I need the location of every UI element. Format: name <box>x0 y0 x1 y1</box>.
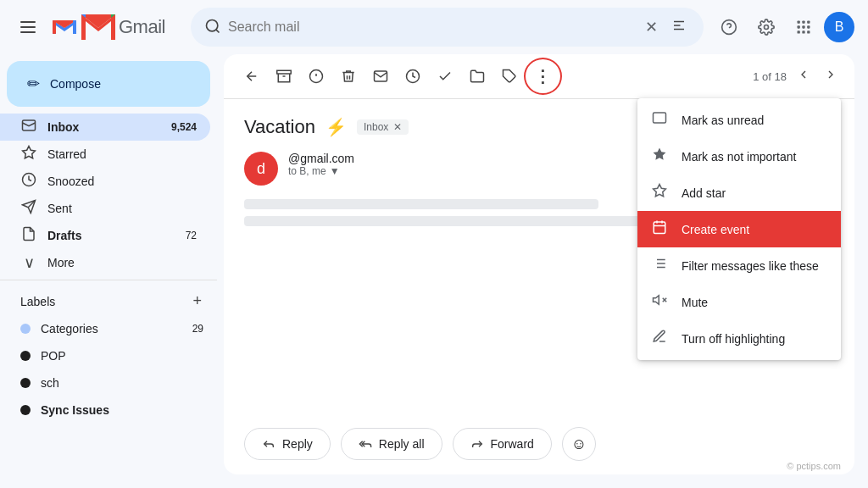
dropdown-create-event[interactable]: Create event <box>637 211 841 247</box>
gmail-text-label: Gmail <box>119 16 165 38</box>
pagination: 1 of 18 <box>753 64 841 88</box>
gmail-logo[interactable]: Gmail <box>51 14 165 41</box>
svg-rect-18 <box>798 25 800 28</box>
sync-issues-dot <box>20 405 31 415</box>
sent-icon <box>20 199 37 219</box>
to-info: to B, me <box>288 165 326 177</box>
more-label: More <box>47 256 75 269</box>
sender-email-text: @gmail.com <box>288 152 354 165</box>
label-item-pop[interactable]: POP <box>0 342 217 369</box>
sidebar: ✏ Compose Inbox 9,524 Starred <box>0 54 217 488</box>
svg-marker-25 <box>23 146 36 158</box>
mark-not-important-label: Mark as not important <box>682 150 796 164</box>
filter-messages-label: Filter messages like these <box>682 259 819 273</box>
back-button[interactable] <box>237 64 266 89</box>
emoji-icon: ☺ <box>571 435 587 453</box>
email-subject: Vacation <box>244 116 315 138</box>
dropdown-add-star[interactable]: Add star <box>637 175 841 211</box>
dropdown-mark-unread[interactable]: Mark as unread <box>637 102 841 138</box>
categories-count: 29 <box>192 323 203 335</box>
forward-label: Forward <box>491 437 534 451</box>
help-button[interactable] <box>712 10 746 44</box>
reply-all-button[interactable]: Reply all <box>341 428 442 460</box>
add-label-button[interactable]: + <box>191 291 203 312</box>
label-item-categories[interactable]: Categories 29 <box>0 315 217 342</box>
mark-unread-icon <box>651 110 668 130</box>
search-options-button[interactable] <box>668 14 690 41</box>
sender-avatar: d <box>244 152 278 186</box>
turn-off-highlighting-icon <box>651 329 668 348</box>
compose-icon: ✏ <box>27 75 40 93</box>
prev-email-button[interactable] <box>793 64 814 88</box>
dropdown-mute[interactable]: Mute <box>637 284 841 320</box>
user-avatar-button[interactable]: B <box>824 12 854 42</box>
dropdown-menu: Mark as unread Mark as not important Add… <box>637 98 841 360</box>
svg-rect-39 <box>654 222 665 234</box>
forward-button[interactable]: Forward <box>453 428 552 460</box>
more-options-button[interactable]: ⋮ <box>527 61 559 92</box>
drafts-label: Drafts <box>47 229 81 242</box>
reply-all-label: Reply all <box>379 437 425 451</box>
settings-button[interactable] <box>749 10 783 44</box>
svg-rect-16 <box>802 21 804 24</box>
sender-initial: d <box>257 160 265 178</box>
dropdown-filter-messages[interactable]: Filter messages like these <box>637 247 841 284</box>
sidebar-item-drafts[interactable]: Drafts 72 <box>0 222 210 249</box>
dropdown-mark-not-important[interactable]: Mark as not important <box>637 138 841 175</box>
pagination-text: 1 of 18 <box>753 70 787 83</box>
hamburger-menu-button[interactable] <box>14 14 42 40</box>
spam-button[interactable] <box>302 64 331 89</box>
delete-button[interactable] <box>334 64 363 89</box>
emoji-button[interactable]: ☺ <box>562 427 596 461</box>
pop-label: POP <box>41 349 66 363</box>
sidebar-item-more[interactable]: ∨ More <box>0 249 210 276</box>
dropdown-turn-off-highlighting[interactable]: Turn off highlighting <box>637 320 841 357</box>
sidebar-item-inbox[interactable]: Inbox 9,524 <box>0 114 210 141</box>
sch-label: sch <box>41 376 59 390</box>
search-clear-button[interactable]: ✕ <box>642 14 661 40</box>
inbox-count: 9,524 <box>171 121 197 133</box>
move-button[interactable] <box>463 64 492 89</box>
next-email-button[interactable] <box>821 64 841 88</box>
svg-rect-19 <box>802 25 804 28</box>
sidebar-item-snoozed[interactable]: Snoozed <box>0 168 210 195</box>
top-bar: Gmail ✕ B <box>0 0 868 54</box>
reply-button[interactable]: Reply <box>244 428 331 460</box>
svg-line-8 <box>216 29 220 32</box>
mute-label: Mute <box>682 296 708 309</box>
label-item-sch[interactable]: sch <box>0 369 217 396</box>
inbox-label: Inbox <box>47 120 79 134</box>
add-star-label: Add star <box>682 186 726 200</box>
gmail-m-icon <box>81 14 115 40</box>
create-event-label: Create event <box>682 223 749 236</box>
expand-recipients-icon[interactable]: ▼ <box>330 165 340 177</box>
search-input[interactable] <box>228 19 642 35</box>
snooze-button[interactable] <box>398 64 427 89</box>
label-item-sync-issues[interactable]: Sync Issues <box>0 396 217 424</box>
svg-marker-49 <box>654 296 659 305</box>
priority-icon: ⚡ <box>326 117 347 137</box>
label-button[interactable] <box>495 64 524 89</box>
starred-icon <box>20 145 37 164</box>
compose-label: Compose <box>50 77 101 91</box>
inbox-icon <box>20 118 37 137</box>
archive-button[interactable] <box>270 64 298 89</box>
svg-rect-0 <box>53 20 56 34</box>
svg-rect-22 <box>802 30 804 33</box>
sync-issues-label: Sync Issues <box>41 403 109 417</box>
sidebar-item-sent[interactable]: Sent <box>0 195 210 222</box>
search-icon <box>204 18 221 37</box>
inbox-badge-close[interactable]: ✕ <box>393 121 402 133</box>
email-view: ⋮ 1 of 18 Vacation ⚡ <box>224 54 854 474</box>
sidebar-item-starred[interactable]: Starred <box>0 141 210 168</box>
mark-unread-toolbar-button[interactable] <box>366 64 395 89</box>
sch-dot <box>20 378 31 388</box>
body-line-1 <box>244 199 598 209</box>
svg-rect-21 <box>798 30 800 33</box>
done-button[interactable] <box>431 64 459 89</box>
more-chevron-icon: ∨ <box>20 253 37 272</box>
labels-header: Labels + <box>0 284 217 315</box>
compose-button[interactable]: ✏ Compose <box>7 61 210 107</box>
apps-button[interactable] <box>787 10 821 44</box>
drafts-count: 72 <box>186 230 197 241</box>
